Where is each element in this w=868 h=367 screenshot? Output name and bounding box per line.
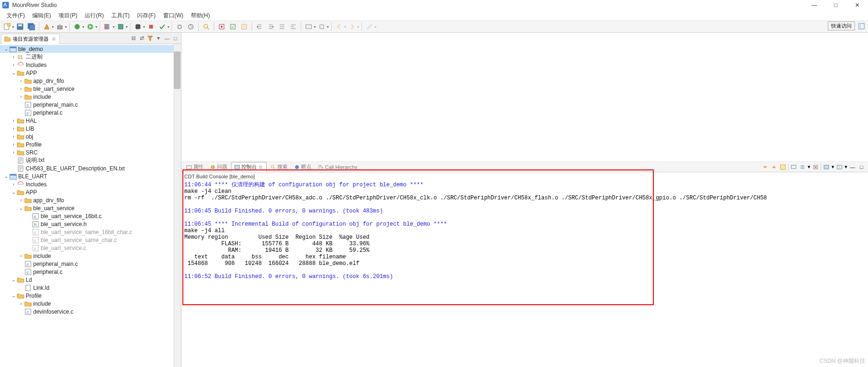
twisty-icon[interactable]: › bbox=[10, 118, 17, 123]
project-tree[interactable]: ⌄ble_demo›01二进制›Includes⌄APP›app_drv_fif… bbox=[0, 44, 181, 367]
tree-node[interactable]: cperipheral.c bbox=[0, 109, 181, 117]
console-output[interactable]: 11:06:44 **** 仅清理的构建 of configuration ob… bbox=[181, 181, 868, 281]
twisty-icon[interactable]: ⌄ bbox=[10, 277, 17, 282]
twisty-icon[interactable]: › bbox=[18, 94, 24, 99]
book-icon[interactable] bbox=[116, 22, 126, 32]
open-console-icon[interactable] bbox=[823, 163, 830, 171]
twisty-icon[interactable]: › bbox=[18, 301, 24, 306]
tree-node[interactable]: ›include bbox=[0, 252, 181, 260]
menu-item[interactable]: 工具(T) bbox=[108, 11, 132, 21]
menu-icon[interactable]: ▾ bbox=[155, 35, 162, 42]
menu-item[interactable]: 窗口(W) bbox=[160, 11, 186, 21]
tree-node[interactable]: ›obj bbox=[0, 132, 181, 140]
menu-item[interactable]: 帮助(H) bbox=[188, 11, 213, 21]
tree-node[interactable]: ›Profile bbox=[0, 140, 181, 148]
tree-node[interactable]: ⌄ble_demo bbox=[0, 45, 181, 53]
twisty-icon[interactable]: › bbox=[10, 62, 17, 67]
tree-node[interactable]: cble_uart_service_same_16bit_char.c bbox=[0, 228, 181, 236]
books-icon[interactable] bbox=[102, 22, 113, 32]
box3-icon[interactable] bbox=[239, 22, 249, 32]
save-button[interactable] bbox=[15, 22, 25, 32]
tree-node[interactable]: Link.ld bbox=[0, 284, 181, 292]
cfg-icon[interactable] bbox=[317, 22, 327, 32]
lines1-icon[interactable] bbox=[277, 22, 287, 32]
tree-node[interactable]: ⌄Profile bbox=[0, 292, 181, 300]
tree-node[interactable]: ›include bbox=[0, 300, 181, 308]
window-minimize-button[interactable]: — bbox=[803, 0, 825, 10]
twisty-icon[interactable]: ⌄ bbox=[18, 206, 24, 211]
tgt-icon[interactable] bbox=[304, 22, 314, 32]
new-console-icon[interactable]: + bbox=[836, 163, 843, 171]
scroll-up-icon[interactable] bbox=[770, 163, 778, 171]
bottom-tab[interactable]: 搜索 bbox=[268, 162, 290, 171]
collapse-all-icon[interactable]: ⊟ bbox=[130, 35, 137, 42]
perspective-icon[interactable] bbox=[857, 22, 866, 31]
tree-node[interactable]: ›ble_uart_service bbox=[0, 85, 181, 93]
tree-node[interactable]: cperipheral_main.c bbox=[0, 260, 181, 268]
new-button[interactable] bbox=[2, 22, 12, 32]
bottom-tab[interactable]: Call Hierarchy bbox=[315, 163, 360, 171]
tree-node[interactable]: 说明.txt bbox=[0, 156, 181, 164]
search-icon[interactable] bbox=[201, 22, 211, 32]
maximize-bottom-icon[interactable]: □ bbox=[858, 163, 865, 171]
tree-node[interactable]: ›app_drv_fifo bbox=[0, 77, 181, 85]
tree-node[interactable]: cperipheral_main.c bbox=[0, 101, 181, 109]
reset-icon[interactable] bbox=[186, 22, 196, 32]
tree-node[interactable]: ⌄Ld bbox=[0, 276, 181, 284]
window-close-button[interactable]: ✕ bbox=[846, 0, 868, 10]
window-maximize-button[interactable]: □ bbox=[825, 0, 846, 10]
maximize-view-icon[interactable]: □ bbox=[172, 35, 179, 42]
tree-node[interactable]: ›include bbox=[0, 93, 181, 101]
run-button[interactable] bbox=[85, 22, 95, 32]
clean-button[interactable] bbox=[55, 22, 65, 32]
tab-close-icon[interactable]: ⛭ bbox=[51, 36, 57, 42]
twisty-icon[interactable]: › bbox=[10, 150, 17, 155]
menu-item[interactable]: 编辑(E) bbox=[29, 11, 54, 21]
twisty-icon[interactable]: › bbox=[10, 134, 17, 139]
menu-item[interactable]: 项目(P) bbox=[56, 11, 80, 21]
bottom-tab[interactable]: 断点 bbox=[291, 162, 314, 171]
tree-node[interactable]: cdevinfoservice.c bbox=[0, 308, 181, 316]
twisty-icon[interactable]: ⌄ bbox=[10, 293, 17, 298]
minimize-bottom-icon[interactable]: — bbox=[849, 163, 856, 171]
build-button[interactable] bbox=[42, 22, 52, 32]
tree-node[interactable]: ⌄BLE_UART bbox=[0, 172, 181, 180]
bottom-tab[interactable]: 属性 bbox=[183, 162, 206, 171]
twisty-icon[interactable]: ⌄ bbox=[10, 190, 17, 195]
tree-node[interactable]: ›Includes bbox=[0, 61, 181, 69]
twisty-icon[interactable]: ⌄ bbox=[3, 174, 9, 179]
box2-icon[interactable] bbox=[228, 22, 238, 32]
explorer-tab[interactable]: 项目资源管理器 ⛭ bbox=[1, 34, 60, 44]
tree-node[interactable]: ›01二进制 bbox=[0, 53, 181, 61]
tree-node[interactable]: cble_uart_service.c bbox=[0, 244, 181, 252]
tree-node[interactable]: hble_uart_service.h bbox=[0, 220, 181, 228]
twisty-icon[interactable]: ⌄ bbox=[10, 70, 17, 75]
bottom-tab[interactable]: !问题 bbox=[207, 162, 230, 171]
minimize-view-icon[interactable]: — bbox=[163, 35, 171, 42]
twisty-icon[interactable]: › bbox=[10, 126, 17, 131]
menu-item[interactable]: 运行(R) bbox=[82, 11, 107, 21]
box1-icon[interactable] bbox=[217, 22, 227, 32]
tree-node[interactable]: ›SRC bbox=[0, 148, 181, 156]
tree-node[interactable]: ⌄APP bbox=[0, 188, 181, 196]
debug-button[interactable] bbox=[72, 22, 82, 32]
twisty-icon[interactable]: ⌄ bbox=[3, 46, 9, 51]
stop-icon[interactable] bbox=[146, 22, 156, 32]
save-all-button[interactable] bbox=[26, 22, 36, 32]
tree-node[interactable]: ⌄ble_uart_service bbox=[0, 204, 181, 212]
twisty-icon[interactable]: › bbox=[18, 198, 24, 203]
tree-node[interactable]: CH583_BLE_UART_Description_EN.txt bbox=[0, 164, 181, 172]
back-icon[interactable] bbox=[334, 22, 344, 32]
tree-node[interactable]: ›HAL bbox=[0, 117, 181, 125]
chip-icon[interactable] bbox=[133, 22, 143, 32]
twisty-icon[interactable]: › bbox=[18, 253, 24, 258]
tree-node[interactable]: ›app_drv_fifo bbox=[0, 196, 181, 204]
tree-node[interactable]: cble_uart_service_same_char.c bbox=[0, 236, 181, 244]
menu-item[interactable]: 文件(F) bbox=[4, 11, 28, 21]
twisty-icon[interactable]: › bbox=[18, 86, 24, 91]
outdent-icon[interactable] bbox=[254, 22, 265, 32]
twisty-icon[interactable]: › bbox=[10, 54, 17, 59]
check-icon[interactable] bbox=[157, 22, 167, 32]
quick-access-button[interactable]: 快速访问 bbox=[828, 22, 855, 30]
refresh-icon[interactable] bbox=[174, 22, 185, 32]
